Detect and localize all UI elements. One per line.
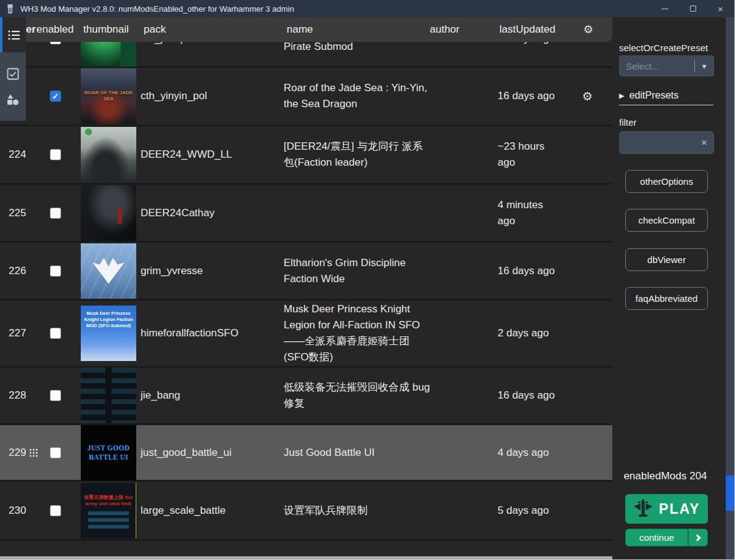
row-number: 225 bbox=[9, 207, 26, 219]
row-settings-gear-icon[interactable]: ⚙ bbox=[582, 89, 593, 103]
sidebar-tab-mod-list[interactable] bbox=[0, 17, 26, 52]
filter-label: filter bbox=[619, 117, 636, 128]
mod-thumbnail bbox=[81, 185, 136, 241]
pack-name: just_good_battle_ui bbox=[141, 447, 276, 459]
preset-select-placeholder: Select... bbox=[620, 61, 694, 71]
column-header-order[interactable]: er bbox=[26, 23, 36, 36]
pack-name: DEER24_WWD_LL bbox=[141, 148, 276, 161]
pack-name: himeforallfactionSFO bbox=[141, 327, 276, 339]
table-row[interactable]: 226 ✓ grim_yvresse Eltharion's Grim Disc… bbox=[0, 243, 612, 301]
enabled-checkbox[interactable]: ✓ bbox=[50, 91, 61, 102]
column-header-thumbnail[interactable]: thumbnail bbox=[83, 23, 129, 36]
mod-name: 设置军队兵牌限制 bbox=[284, 503, 432, 519]
enabled-checkbox[interactable]: ✓ bbox=[50, 208, 61, 219]
pack-name: DEER24Cathay bbox=[141, 207, 276, 219]
enabled-checkbox[interactable]: ✓ bbox=[50, 266, 61, 277]
play-button-label: PLAY bbox=[659, 501, 700, 517]
last-updated: 2 days ago bbox=[498, 325, 559, 341]
thumbnail-text: ROAR OF THE JADE SEA bbox=[81, 88, 136, 105]
last-updated: 4 days ago bbox=[498, 445, 559, 461]
preset-section-label: selectOrCreatePreset bbox=[619, 43, 708, 53]
expand-triangle-icon: ▶ bbox=[619, 92, 624, 99]
vertical-scrollbar-thumb[interactable] bbox=[726, 476, 734, 511]
enabled-checkbox[interactable]: ✓ bbox=[50, 447, 61, 458]
sidebar-tab-categories[interactable] bbox=[6, 92, 20, 106]
last-updated: 16 days ago bbox=[498, 88, 559, 104]
thumbnail-text: Musk Deer Princess Knight Legion Faction… bbox=[81, 306, 136, 330]
column-header-name[interactable]: name bbox=[287, 23, 313, 36]
app-icon bbox=[6, 4, 15, 14]
column-header-author[interactable]: author bbox=[430, 23, 459, 36]
wh3-emblem-icon bbox=[633, 498, 654, 519]
last-updated: ~23 hours ago bbox=[498, 139, 559, 171]
minimize-button[interactable] bbox=[651, 0, 679, 17]
pack-name: jie_bang bbox=[141, 389, 276, 402]
row-number: 224 bbox=[9, 148, 26, 161]
enabled-mods-count: enabledMods 204 bbox=[612, 470, 718, 482]
chevron-down-icon[interactable]: ▾ bbox=[695, 62, 713, 71]
app-window: WH3 Mod Manager v2.8.0: numModsEnabled_o… bbox=[0, 0, 735, 560]
preset-select[interactable]: Select... ▾ bbox=[619, 55, 714, 76]
table-header: er enabled thumbnail pack name author la… bbox=[0, 17, 612, 42]
edit-presets-expander[interactable]: ▶editPresets bbox=[619, 90, 679, 101]
sidebar-secondary bbox=[0, 52, 26, 121]
row-number: 229 bbox=[9, 447, 26, 459]
table-row[interactable]: 229 ✓ JUST GOOD BATTLE UI just_good_batt… bbox=[0, 425, 612, 482]
maximize-icon bbox=[690, 6, 696, 12]
horizontal-scrollbar[interactable] bbox=[0, 556, 612, 560]
row-number: 230 bbox=[9, 505, 26, 517]
clear-filter-icon[interactable]: × bbox=[695, 137, 713, 149]
row-number: 227 bbox=[9, 327, 26, 339]
pack-name: large_scale_battle bbox=[141, 505, 276, 517]
table-row[interactable]: 228 ✓ jie_bang 低级装备无法摧毁回收合成 bug修复 16 day… bbox=[0, 368, 612, 425]
enabled-checkbox[interactable]: ✓ bbox=[50, 390, 61, 401]
last-updated: 5 days ago bbox=[498, 503, 559, 519]
mod-name: Eltharion's Grim Discipline Faction Wide bbox=[284, 255, 432, 287]
last-updated: 4 minutes ago bbox=[498, 197, 559, 229]
table-row[interactable]: 225 ✓ DEER24Cathay 4 minutes ago ⚙ bbox=[0, 185, 612, 243]
faq-abbreviated-button[interactable]: faqAbbreviated bbox=[625, 287, 708, 310]
table-row[interactable]: ✓ ROAR OF THE JADE SEA cth_yinyin_pol Ro… bbox=[0, 68, 612, 126]
table-row[interactable]: 227 ✓ Musk Deer Princess Knight Legion F… bbox=[0, 301, 612, 368]
mod-thumbnail: Musk Deer Princess Knight Legion Faction… bbox=[81, 306, 136, 361]
minimize-icon bbox=[662, 9, 668, 9]
continue-chevron[interactable] bbox=[689, 535, 707, 540]
db-viewer-button[interactable]: dbViewer bbox=[625, 248, 708, 271]
last-updated: 16 days ago bbox=[498, 388, 559, 404]
thumbnail-text: JUST GOOD BATTLE UI bbox=[81, 442, 136, 464]
mod-name: 低级装备无法摧毁回收合成 bug修复 bbox=[284, 379, 432, 412]
check-icon: ✓ bbox=[52, 92, 59, 100]
title-bar: WH3 Mod Manager v2.8.0: numModsEnabled_o… bbox=[0, 0, 734, 17]
filter-input[interactable] bbox=[620, 137, 695, 148]
enabled-checkbox[interactable]: ✓ bbox=[50, 149, 61, 160]
column-header-lastupdated[interactable]: lastUpdated bbox=[499, 23, 556, 36]
thumbnail-text bbox=[107, 394, 110, 397]
thumbnail-text bbox=[107, 269, 110, 273]
enabled-checkbox[interactable]: ✓ bbox=[50, 505, 61, 516]
mod-thumbnail bbox=[81, 368, 136, 423]
play-button[interactable]: PLAY bbox=[625, 494, 708, 524]
drag-handle-icon[interactable] bbox=[30, 448, 38, 457]
table-row[interactable]: 224 ✓ DEER24_WWD_LL [DEER24/震旦] 与龙同行 派系包… bbox=[0, 126, 612, 185]
mod-table: ✓ cth_jadepirate Yin, the Sea Dragon: Ja… bbox=[0, 17, 612, 556]
table-row[interactable]: 230 ✓ 设置兵牌数量上限 Set army unit card limit … bbox=[0, 482, 612, 541]
continue-button[interactable]: continue bbox=[625, 529, 708, 546]
enabled-checkbox[interactable]: ✓ bbox=[50, 328, 61, 339]
list-icon bbox=[7, 28, 21, 42]
close-button[interactable]: × bbox=[707, 0, 734, 17]
table-settings-gear-icon[interactable]: ⚙ bbox=[583, 23, 593, 36]
mod-thumbnail: JUST GOOD BATTLE UI bbox=[81, 425, 136, 481]
sidebar-tab-enabled-mods[interactable] bbox=[6, 67, 20, 81]
mod-thumbnail bbox=[81, 127, 136, 182]
pack-name: cth_yinyin_pol bbox=[141, 90, 276, 102]
thumbnail-text: 设置兵牌数量上限 Set army unit card limit bbox=[81, 491, 136, 509]
column-header-pack[interactable]: pack bbox=[144, 23, 166, 36]
maximize-button[interactable] bbox=[679, 0, 707, 17]
edit-presets-label: editPresets bbox=[629, 90, 678, 100]
other-options-button[interactable]: otherOptions bbox=[625, 170, 708, 193]
mod-thumbnail: ROAR OF THE JADE SEA bbox=[81, 68, 136, 124]
column-header-enabled[interactable]: enabled bbox=[36, 23, 74, 36]
thumbnail-text bbox=[107, 211, 110, 215]
mod-name: Musk Deer Princess Knight Legion for All… bbox=[284, 301, 432, 365]
check-compat-button[interactable]: checkCompat bbox=[625, 209, 708, 232]
